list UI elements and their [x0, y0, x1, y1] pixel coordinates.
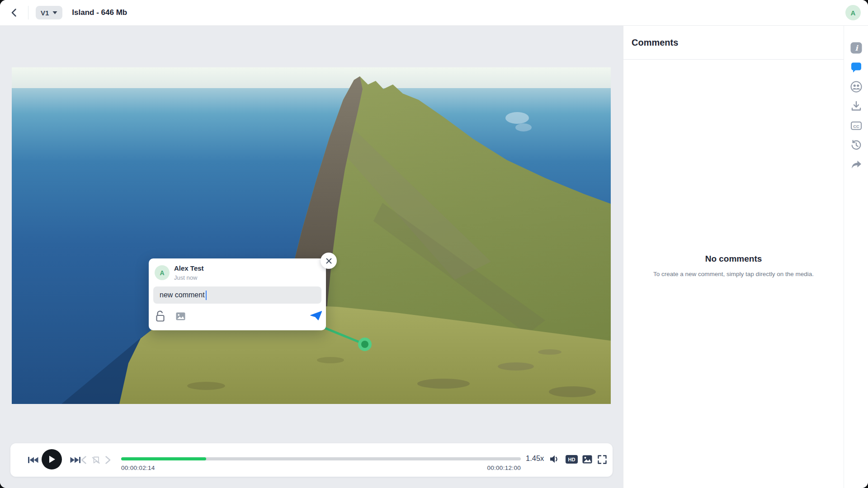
reactions-icon[interactable] [850, 81, 862, 93]
comments-panel-title: Comments [623, 26, 844, 60]
current-time: 00:00:02:14 [121, 465, 155, 471]
comments-panel: Comments No comments To create a new com… [623, 26, 844, 488]
app-window: V1 Island - 646 Mb A [0, 0, 868, 488]
share-icon[interactable] [850, 159, 862, 170]
new-comment-popup: A Alex Test Just now new comment [149, 258, 326, 330]
info-icon[interactable]: i [850, 42, 862, 54]
player-stage: A Alex Test Just now new comment [0, 26, 623, 488]
download-icon[interactable] [850, 100, 862, 112]
hd-quality-button[interactable]: HD [566, 455, 578, 464]
text-cursor [206, 291, 207, 300]
fullscreen-icon[interactable] [597, 455, 607, 465]
progress-fill [121, 457, 206, 460]
close-icon[interactable] [321, 253, 337, 269]
comment-author-name: Alex Test [174, 264, 204, 272]
comment-markers-disabled-icon[interactable] [90, 455, 101, 465]
video-frame[interactable]: A Alex Test Just now new comment [12, 67, 611, 404]
version-history-icon[interactable] [850, 139, 862, 151]
skip-back-icon[interactable] [27, 455, 39, 465]
chevron-down-icon [52, 11, 57, 14]
empty-state-subtitle: To create a new comment, simply tap dire… [643, 270, 824, 279]
version-label: V1 [41, 9, 49, 17]
comments-empty-state: No comments To create a new comment, sim… [623, 254, 844, 279]
previous-comment-icon[interactable] [79, 455, 88, 465]
comment-timestamp: Just now [174, 274, 197, 281]
volume-icon[interactable] [549, 454, 559, 464]
thumbnails-icon[interactable] [582, 455, 592, 464]
send-comment-button[interactable] [310, 311, 322, 322]
top-bar: V1 Island - 646 Mb A [0, 0, 868, 26]
video-still-landscape [12, 67, 611, 404]
topbar-divider [28, 6, 28, 19]
attach-image-icon[interactable] [176, 312, 185, 322]
total-time: 00:00:12:00 [487, 465, 521, 471]
comments-tab-icon[interactable] [850, 61, 862, 73]
empty-state-title: No comments [623, 254, 844, 264]
sidebar-icon-rail: i CC [844, 26, 868, 488]
play-button[interactable] [42, 449, 62, 469]
user-avatar[interactable]: A [845, 5, 861, 20]
lock-icon[interactable] [156, 310, 165, 324]
media-title: Island - 646 Mb [72, 8, 127, 17]
version-dropdown[interactable]: V1 [36, 6, 62, 19]
play-icon [48, 455, 56, 464]
captions-icon[interactable]: CC [850, 120, 862, 131]
comment-input-value: new comment [160, 291, 205, 299]
back-button[interactable] [7, 5, 22, 20]
svg-text:CC: CC [853, 124, 859, 129]
comment-input[interactable]: new comment [153, 286, 321, 304]
playback-speed-button[interactable]: 1.45x [526, 454, 544, 463]
comment-author-avatar: A [155, 265, 170, 280]
progress-bar[interactable] [121, 457, 521, 460]
back-chevron-icon [9, 7, 20, 18]
playback-controls: 00:00:02:14 00:00:12:00 1.45x HD [10, 443, 613, 477]
next-comment-icon[interactable] [104, 455, 113, 465]
